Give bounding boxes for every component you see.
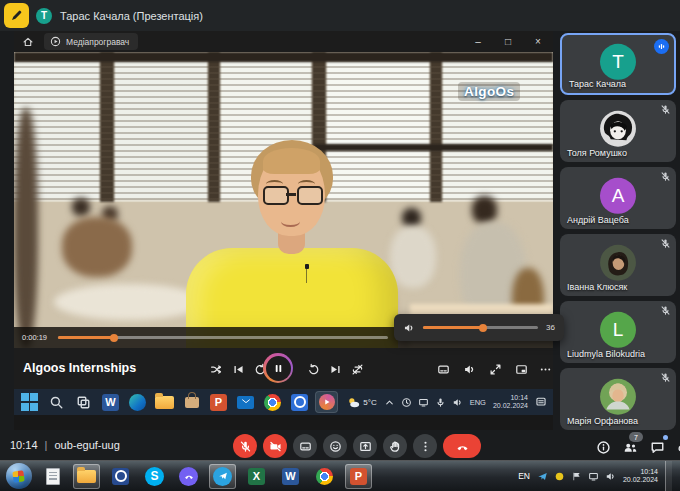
participant-tile[interactable]: LLiudmyla Bilokudria [560, 301, 676, 363]
tray-hidden-icons[interactable] [384, 397, 395, 408]
reactions-button[interactable] [323, 434, 347, 458]
host-tray-display[interactable] [588, 471, 599, 482]
taskbar-task-view[interactable] [72, 391, 95, 413]
participant-count-badge: 7 [629, 432, 643, 442]
captions-button[interactable] [293, 434, 317, 458]
forward30-icon [307, 363, 320, 376]
shuffle-button[interactable] [207, 360, 225, 378]
home-icon[interactable] [22, 36, 34, 48]
hang-up-button[interactable] [443, 434, 481, 458]
close-button[interactable]: × [523, 31, 553, 52]
taskbar-groove[interactable] [288, 391, 311, 413]
window-controls: –□× [463, 31, 553, 52]
host-tray-speaker[interactable] [605, 471, 616, 482]
host-taskbar-skype[interactable]: S [141, 464, 168, 489]
notification-icon[interactable] [535, 396, 547, 408]
video-title: Algoos Internships [23, 361, 136, 375]
language-indicator-host[interactable]: EN [518, 471, 530, 481]
camera-off-button[interactable] [263, 434, 287, 458]
tray-speaker[interactable] [452, 397, 463, 408]
fullscreen-button[interactable] [486, 360, 504, 378]
taskbar-store[interactable] [180, 391, 203, 413]
taskbar-start[interactable] [18, 391, 41, 413]
speaker-icon [403, 322, 415, 334]
previous-button[interactable] [229, 360, 247, 378]
more-button[interactable] [536, 360, 554, 378]
pause-button[interactable] [263, 353, 293, 383]
participant-name: Liudmyla Bilokudria [567, 349, 645, 359]
weather-widget[interactable]: 5°C [347, 396, 376, 409]
host-taskbar-telegram[interactable] [209, 464, 236, 489]
host-tray-app-tray[interactable] [554, 471, 565, 482]
cam-off-icon [269, 440, 282, 453]
excel-logo-icon: X [248, 468, 265, 485]
people-panel-button[interactable]: 7 [621, 438, 639, 456]
host-taskbar-excel[interactable]: X [243, 464, 270, 489]
host-taskbar-medoc[interactable] [107, 464, 134, 489]
tray-microphone[interactable] [435, 397, 446, 408]
participant-tile[interactable]: Іванна Клюсяк [560, 234, 676, 296]
mic-off-button[interactable] [233, 434, 257, 458]
host-taskbar-powerpoint[interactable]: P [345, 464, 372, 489]
tray-clock-tray[interactable] [401, 397, 412, 408]
media-player-tab[interactable]: Медіапрогравач [44, 33, 138, 50]
next-button[interactable] [326, 360, 344, 378]
tray-display[interactable] [418, 397, 429, 408]
speaker-icon[interactable] [403, 322, 415, 334]
elapsed-time: 0:00:19 [22, 333, 54, 342]
taskbar-file-explorer[interactable] [153, 391, 176, 413]
volume-slider[interactable] [423, 326, 538, 329]
taskbar-media-player[interactable] [315, 391, 338, 413]
taskbar-chrome[interactable] [261, 391, 284, 413]
participant-name: Марія Орфанова [567, 416, 638, 426]
taskbar-search[interactable] [45, 391, 68, 413]
avatar-photo [599, 110, 637, 148]
win7-clock[interactable]: 10:1420.02.2024 [623, 468, 658, 484]
host-tray-flag[interactable] [571, 471, 582, 482]
mini-player-button[interactable] [512, 360, 530, 378]
chat-panel-button[interactable] [648, 438, 666, 456]
forward-30-button[interactable] [304, 360, 322, 378]
dot-icon [554, 471, 565, 482]
show-desktop-button[interactable] [665, 461, 672, 491]
volume-knob[interactable] [479, 324, 487, 332]
captions-button[interactable] [434, 360, 452, 378]
mini-player-icon [515, 363, 528, 376]
host-tray-telegram-tray[interactable] [537, 471, 548, 482]
more-options-button[interactable] [413, 434, 437, 458]
presentation-indicator-icon[interactable] [4, 3, 29, 28]
taskbar-word[interactable]: W [99, 391, 122, 413]
participant-tile[interactable]: ТТарас Качала [560, 33, 676, 95]
repeat-off-button[interactable] [348, 360, 366, 378]
info-panel-button[interactable] [594, 438, 612, 456]
taskbar-mail[interactable] [234, 391, 257, 413]
host-taskbar-chrome[interactable] [311, 464, 338, 489]
taskbar-powerpoint[interactable]: P [207, 391, 230, 413]
volume-value: 36 [546, 323, 555, 332]
raise-hand-button[interactable] [383, 434, 407, 458]
volume-icon [463, 363, 476, 376]
participant-tile[interactable]: Марія Орфанова [560, 368, 676, 430]
meeting-clock: 10:14 [10, 439, 38, 451]
present-button[interactable] [353, 434, 377, 458]
host-taskbar-word[interactable]: W [277, 464, 304, 489]
win11-clock[interactable]: 10:1420.02.2024 [493, 394, 528, 410]
host-taskbar-start-orb[interactable] [5, 464, 32, 489]
host-taskbar-file-explorer[interactable] [73, 464, 100, 489]
maximize-button[interactable]: □ [493, 31, 523, 52]
language-indicator[interactable]: ENG [470, 398, 486, 407]
seek-bar[interactable] [58, 336, 388, 339]
minimize-button[interactable]: – [463, 31, 493, 52]
video-frame[interactable]: AlgoOs 0:00:19 [14, 52, 553, 348]
volume-button[interactable] [460, 360, 478, 378]
host-taskbar-viber[interactable] [175, 464, 202, 489]
taskbar-edge[interactable] [126, 391, 149, 413]
chat-icon [650, 440, 665, 455]
avatar: L [600, 312, 636, 348]
win7-taskbar: SXWP EN 10:1420.02.2024 [0, 460, 680, 491]
participant-tile[interactable]: ААндрій Вацеба [560, 167, 676, 229]
participant-tile[interactable]: Толя Ромушко [560, 100, 676, 162]
host-taskbar-notepad[interactable] [39, 464, 66, 489]
activities-panel-button[interactable] [675, 438, 680, 456]
seek-knob[interactable] [110, 334, 118, 342]
